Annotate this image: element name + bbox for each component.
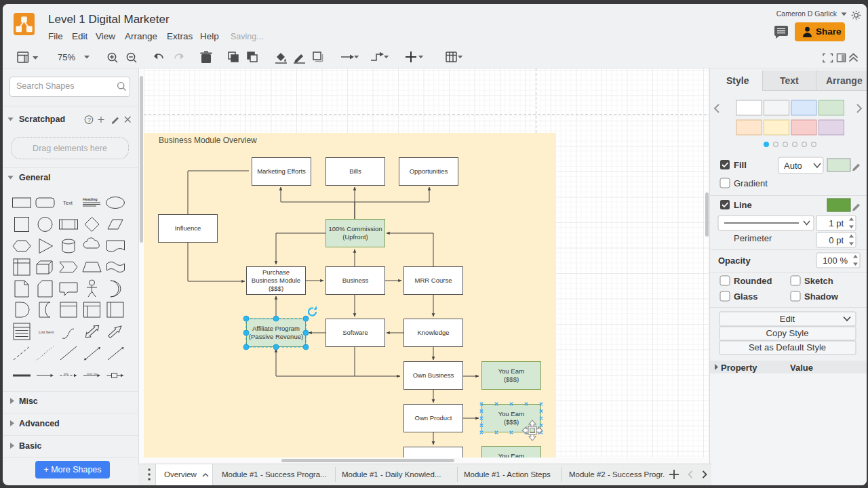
svg-text:Line: Line — [734, 200, 752, 210]
svg-text:Auto: Auto — [784, 161, 802, 171]
svg-text:Gradient: Gradient — [734, 178, 768, 188]
svg-text:0 pt: 0 pt — [829, 235, 844, 245]
svg-text:Glass: Glass — [734, 291, 757, 302]
svg-text:Set as Default Style: Set as Default Style — [749, 342, 826, 352]
svg-text:100 %: 100 % — [823, 256, 848, 266]
svg-text:Rounded: Rounded — [734, 276, 772, 286]
svg-text:Value: Value — [790, 363, 813, 373]
svg-text:Shadow: Shadow — [804, 291, 839, 302]
svg-text:Sketch: Sketch — [804, 276, 833, 286]
svg-text:Fill: Fill — [734, 160, 747, 170]
svg-text:Text: Text — [63, 200, 73, 206]
svg-text:Heading: Heading — [83, 197, 98, 201]
svg-text:Copy Style: Copy Style — [766, 328, 809, 338]
svg-text:Property: Property — [721, 363, 757, 373]
svg-text:1 pt: 1 pt — [829, 218, 844, 228]
svg-text:List Item: List Item — [39, 330, 54, 334]
svg-text:Opacity: Opacity — [718, 256, 751, 266]
svg-text:Edit: Edit — [780, 314, 795, 324]
svg-text:Perimeter: Perimeter — [734, 233, 772, 243]
